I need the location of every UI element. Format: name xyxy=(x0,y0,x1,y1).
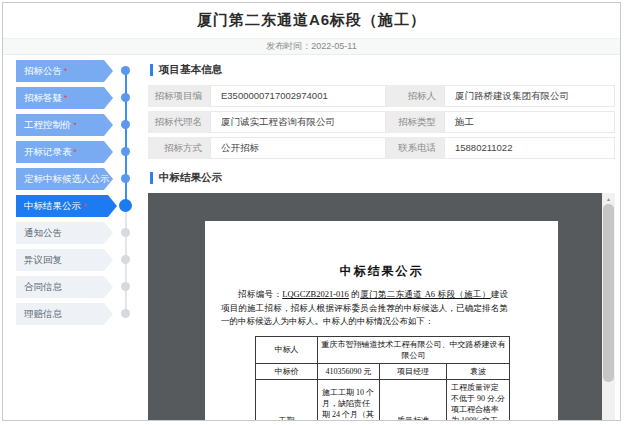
sidebar-item-objection-reply[interactable]: 异议回复 xyxy=(16,249,148,271)
sidebar-item-label: 通知公告 xyxy=(24,227,62,238)
required-asterisk: * xyxy=(74,120,78,130)
quality-label: 质量标准 xyxy=(380,379,447,420)
manager-label: 项目经理 xyxy=(380,363,447,379)
sidebar-item-label: 理赔信息 xyxy=(24,308,62,319)
sidebar-item-label: 招标答疑 xyxy=(24,92,62,103)
sidebar-item-bid-opening-record[interactable]: 开标记录表* xyxy=(16,141,148,163)
table-row-price-manager: 中标价 410356090 元 项目经理 袁波 xyxy=(256,363,510,379)
price-value: 410356090 元 xyxy=(318,363,380,379)
info-row: 招标方式 公开招标 联系电话 15880211022 xyxy=(148,137,615,159)
required-asterisk: * xyxy=(64,93,68,103)
duration-value: 施工工期 10 个月，缺陷责任期 24 个月（其中，绿化工程养护期为 12 个月… xyxy=(318,379,380,420)
sidebar-item-label: 中标结果公示 xyxy=(24,200,81,211)
sidebar-item-bid-result-publicity[interactable]: 中标结果公示* xyxy=(16,195,148,217)
timeline-dot xyxy=(121,93,130,102)
tender-code: LQGCZB2021-016 xyxy=(282,289,349,299)
paragraph-text: 招标编号： xyxy=(238,289,282,299)
winner-label: 中标人 xyxy=(256,336,318,363)
field-label-agency: 招标代理名称 xyxy=(148,111,210,133)
sidebar-item-claims-info[interactable]: 理赔信息 xyxy=(16,303,148,325)
info-row: 招标代理名称 厦门诚实工程咨询有限公司 招标类型 施工 xyxy=(148,111,615,133)
field-value-tender-type: 施工 xyxy=(444,111,615,133)
field-value-project-number: E3500000717002974001 xyxy=(210,85,386,107)
price-label: 中标价 xyxy=(256,363,318,379)
stage-sidebar: 招标公告* 招标答疑* 工程控制价* 开标记录表* 定标中标候选人公示* 中标结… xyxy=(3,55,148,420)
sidebar-item-tender-announcement[interactable]: 招标公告* xyxy=(16,60,148,82)
field-value-contact-phone: 15880211022 xyxy=(444,137,615,159)
field-value-tender-method: 公开招标 xyxy=(210,137,386,159)
sidebar-item-label: 招标公告 xyxy=(24,65,62,76)
page-title: 厦门第二东通道A6标段（施工） xyxy=(197,11,426,30)
field-label-tender-method: 招标方式 xyxy=(148,137,210,159)
timeline-dot xyxy=(121,282,130,291)
sidebar-item-notice[interactable]: 通知公告 xyxy=(16,222,148,244)
timeline-dot-active xyxy=(119,199,132,212)
manager-value: 袁波 xyxy=(447,363,510,379)
table-row-duration-quality: 工期 施工工期 10 个月，缺陷责任期 24 个月（其中，绿化工程养护期为 12… xyxy=(256,379,510,420)
sidebar-item-label: 工程控制价 xyxy=(24,119,72,130)
timeline-dot xyxy=(121,120,130,129)
timeline-dot xyxy=(121,174,130,183)
document-title: 中标结果公示 xyxy=(205,263,558,280)
sidebar-item-label: 异议回复 xyxy=(24,254,62,265)
section-bar-icon xyxy=(150,64,153,76)
field-label-tenderee: 招标人 xyxy=(386,85,444,107)
result-section-title: 中标结果公示 xyxy=(159,171,222,185)
page-frame: 厦门第二东通道A6标段（施工） 发布时间：2022-05-11 招标公告* 招标… xyxy=(2,2,621,421)
field-label-tender-type: 招标类型 xyxy=(386,111,444,133)
bid-result-table: 中标人 重庆市智翔铺道技术工程有限公司、中交路桥建设有限公司 中标价 41035… xyxy=(255,336,510,421)
duration-label: 工期 xyxy=(256,379,318,420)
basic-info-section-title: 项目基本信息 xyxy=(159,63,222,77)
timeline-dot xyxy=(121,255,130,264)
paragraph-text: 的 xyxy=(349,289,360,299)
section-bar-icon xyxy=(150,172,153,184)
timeline-dot xyxy=(121,228,130,237)
viewer-scrollbar[interactable]: ▲ xyxy=(602,193,615,420)
info-row: 招标项目编号 E3500000717002974001 招标人 厦门路桥建设集团… xyxy=(148,85,615,107)
sidebar-item-tender-qa[interactable]: 招标答疑* xyxy=(16,87,148,109)
publish-date-bar: 发布时间：2022-05-11 xyxy=(3,39,620,55)
required-asterisk: * xyxy=(74,147,78,157)
winner-value: 重庆市智翔铺道技术工程有限公司、中交路桥建设有限公司 xyxy=(318,336,510,363)
scrollbar-thumb[interactable] xyxy=(603,204,614,382)
sidebar-item-candidate-publicity[interactable]: 定标中标候选人公示* xyxy=(16,168,148,190)
document-page: 中标结果公示 招标编号：LQGCZB2021-016 的厦门第二东通道 A6 标… xyxy=(205,221,558,420)
result-section-header: 中标结果公示 xyxy=(150,171,615,185)
sidebar-item-label: 开标记录表 xyxy=(24,146,72,157)
timeline-dot xyxy=(121,147,130,156)
timeline-dot xyxy=(121,66,130,75)
required-asterisk: * xyxy=(83,201,87,211)
sidebar-item-contract-info[interactable]: 合同信息 xyxy=(16,276,148,298)
sidebar-item-label: 定标中标候选人公示 xyxy=(24,173,110,184)
basic-info-section-header: 项目基本信息 xyxy=(150,63,615,77)
project-name: 厦门第二东通道 A6 标段（施工） xyxy=(360,289,490,299)
title-bar: 厦门第二东通道A6标段（施工） xyxy=(3,3,620,39)
publish-date: 发布时间：2022-05-11 xyxy=(266,40,356,53)
main-content: 项目基本信息 招标项目编号 E3500000717002974001 招标人 厦… xyxy=(148,55,620,420)
quality-value: 工程质量评定不低于 90 分,分项工程合格率为 100%;交工验收达到合格;竣工… xyxy=(447,379,510,420)
field-label-contact-phone: 联系电话 xyxy=(386,137,444,159)
field-value-tenderee: 厦门路桥建设集团有限公司 xyxy=(444,85,615,107)
required-asterisk: * xyxy=(64,66,68,76)
field-value-agency: 厦门诚实工程咨询有限公司 xyxy=(210,111,386,133)
document-viewer[interactable]: 中标结果公示 招标编号：LQGCZB2021-016 的厦门第二东通道 A6 标… xyxy=(148,193,615,420)
timeline-dot xyxy=(121,309,130,318)
required-asterisk: * xyxy=(112,174,116,184)
sidebar-item-project-control-price[interactable]: 工程控制价* xyxy=(16,114,148,136)
sidebar-item-label: 合同信息 xyxy=(24,281,62,292)
document-paragraph: 招标编号：LQGCZB2021-016 的厦门第二东通道 A6 标段（施工）建设… xyxy=(221,288,508,329)
table-row-winner: 中标人 重庆市智翔铺道技术工程有限公司、中交路桥建设有限公司 xyxy=(256,336,510,363)
field-label-project-number: 招标项目编号 xyxy=(148,85,210,107)
